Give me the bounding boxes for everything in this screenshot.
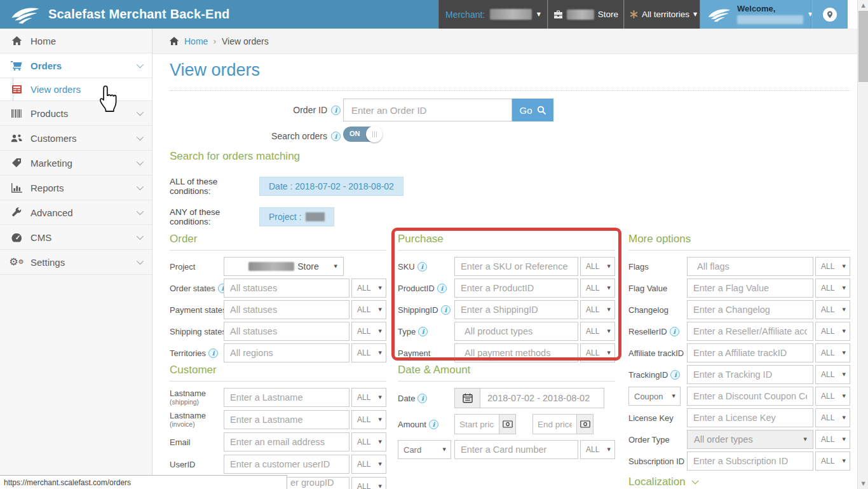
match-mode-select[interactable]: ALL▼ [351, 343, 386, 362]
match-mode-select[interactable]: ALL▼ [351, 455, 386, 474]
start-price-currency-button[interactable] [499, 414, 516, 434]
localization-heading[interactable]: Localization [628, 476, 850, 489]
end-price-input[interactable] [532, 414, 576, 434]
flag-value-input[interactable] [687, 279, 813, 298]
info-icon[interactable] [331, 106, 341, 115]
match-mode-select[interactable]: ALL▼ [351, 477, 386, 489]
sidebar-item-home[interactable]: Home [0, 29, 152, 53]
info-icon[interactable] [331, 132, 341, 141]
territories-input[interactable] [224, 343, 349, 362]
match-mode-select[interactable]: ALL▼ [815, 408, 850, 427]
match-mode-select[interactable]: ALL▼ [351, 410, 386, 429]
info-icon[interactable] [417, 394, 427, 403]
subscription-id-input[interactable] [687, 451, 813, 471]
info-icon[interactable] [218, 284, 224, 293]
match-mode-select[interactable]: ALL▼ [815, 279, 850, 298]
productid-input[interactable] [454, 279, 578, 298]
project-select[interactable]: Store ▼ [224, 257, 344, 276]
userid-input[interactable] [224, 455, 349, 474]
info-icon[interactable] [437, 284, 447, 293]
calendar-button[interactable] [454, 388, 480, 408]
start-price-input[interactable] [454, 414, 499, 434]
match-mode-select[interactable]: ALL▼ [351, 432, 386, 451]
scrollbar-thumb[interactable] [858, 11, 868, 82]
lastname-shipping-input[interactable] [224, 388, 349, 407]
breadcrumb-home-link[interactable]: Home [184, 36, 208, 46]
sidebar-item-marketing[interactable]: Marketing [0, 151, 152, 176]
match-mode-select[interactable]: ALL▼ [815, 387, 850, 406]
info-icon[interactable] [441, 305, 451, 315]
flags-input[interactable] [687, 257, 813, 276]
coupon-input[interactable] [687, 387, 813, 406]
all-conditions-row: ALL of these conditions: Date : 2018-07-… [170, 176, 403, 196]
date-range-input[interactable]: 2018-07-02 - 2018-08-02 [480, 388, 604, 408]
info-icon[interactable] [417, 262, 427, 272]
match-mode-select[interactable]: ALL▼ [815, 257, 850, 276]
match-mode-select[interactable]: ALL▼ [580, 257, 615, 276]
sidebar-item-customers[interactable]: Customers [0, 126, 152, 151]
scroll-up-button[interactable]: ▲ [858, 0, 868, 11]
match-mode-select[interactable]: ALL▼ [815, 300, 850, 319]
shipping-states-input[interactable] [224, 322, 349, 341]
order-states-input[interactable] [224, 279, 349, 298]
match-mode-select[interactable]: ALL▼ [351, 388, 386, 407]
match-mode-select[interactable]: ALL▼ [580, 279, 615, 298]
sidebar-item-reports[interactable]: Reports [0, 176, 152, 200]
affiliate-trackid-input[interactable] [687, 343, 813, 362]
logo-area[interactable]: Scalefast Merchant Back-End [9, 0, 230, 29]
match-mode-select[interactable]: ALL▼ [351, 322, 386, 341]
go-button[interactable]: Go [512, 99, 553, 121]
shippingid-input[interactable] [454, 300, 578, 319]
match-mode-select[interactable]: ALL▼ [815, 365, 850, 384]
order-type-select[interactable]: All order types ▼ [687, 430, 813, 449]
sidebar-item-view-orders[interactable]: View orders [0, 78, 152, 101]
match-mode-select[interactable]: ALL▼ [815, 343, 850, 362]
order-id-input[interactable] [343, 99, 512, 121]
sku-input[interactable] [454, 257, 578, 276]
sidebar-item-orders[interactable]: Orders [0, 53, 152, 78]
payment-states-input[interactable] [224, 300, 349, 319]
product-type-input[interactable] [454, 322, 578, 341]
match-mode-select[interactable]: ALL▼ [580, 322, 615, 341]
info-icon[interactable] [208, 348, 218, 358]
sidebar-item-products[interactable]: Products [0, 101, 152, 126]
condition-chip-project[interactable]: Project : [259, 207, 334, 226]
match-mode-select[interactable]: ALL▼ [351, 279, 386, 298]
info-icon[interactable] [429, 420, 438, 429]
toggle-handle[interactable] [366, 126, 383, 142]
match-mode-select[interactable]: ALL▼ [580, 343, 615, 362]
match-mode-select[interactable]: ALL▼ [580, 300, 615, 319]
match-mode-select[interactable]: ALL▼ [815, 322, 850, 341]
match-mode-select[interactable]: ALL▼ [580, 440, 615, 459]
match-mode-select[interactable]: ALL▼ [815, 451, 850, 471]
changelog-input[interactable] [687, 300, 813, 319]
info-icon[interactable] [670, 327, 679, 336]
sidebar-item-cms[interactable]: CMS [0, 225, 152, 250]
match-mode-select[interactable]: ALL▼ [815, 430, 850, 449]
resellerid-input[interactable] [687, 322, 813, 341]
payment-method-input[interactable] [454, 343, 578, 362]
territories-selector[interactable]: All territories ▼ [624, 0, 700, 29]
vertical-scrollbar[interactable]: ▲ ▼ [857, 0, 868, 489]
info-icon[interactable] [418, 327, 428, 336]
merchant-selector[interactable]: Merchant: ▼ [438, 0, 547, 29]
lastname-invoice-input[interactable] [224, 410, 349, 429]
language-globe-button[interactable] [811, 0, 848, 29]
trackingid-input[interactable] [687, 365, 813, 384]
end-price-currency-button[interactable] [576, 414, 593, 434]
card-type-select[interactable]: Card ▼ [398, 440, 451, 459]
scroll-down-button[interactable]: ▼ [858, 478, 868, 489]
match-mode-select[interactable]: ALL▼ [351, 300, 386, 319]
email-input[interactable] [224, 432, 349, 451]
store-selector[interactable]: Store [548, 0, 623, 29]
condition-chip-date[interactable]: Date : 2018-07-02 - 2018-08-02 [259, 177, 403, 196]
card-number-input[interactable] [454, 440, 578, 459]
sidebar-item-advanced[interactable]: Advanced [0, 200, 152, 225]
sidebar-item-settings[interactable]: ⚙⚙ Settings [0, 250, 152, 275]
search-orders-toggle[interactable]: ON [343, 127, 384, 142]
chevron-down-icon [137, 208, 144, 215]
info-icon[interactable] [670, 370, 680, 380]
user-menu[interactable]: Welcome, ▼ [700, 0, 811, 29]
coupon-type-select[interactable]: Coupon ▼ [628, 387, 681, 406]
license-key-input[interactable] [687, 408, 813, 427]
